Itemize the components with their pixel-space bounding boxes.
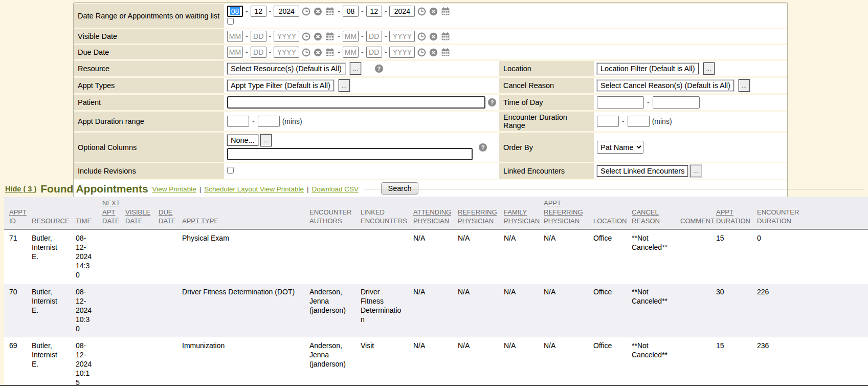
resource-filter-more-button[interactable]: ... [350,62,361,75]
calendar-icon[interactable] [441,32,450,41]
column-sort-link-comment[interactable]: COMMENT [680,217,715,225]
linked-encounters-more-button[interactable]: ... [690,165,701,177]
column-sort-link-visible-date[interactable]: VISIBLE DATE [125,208,150,225]
clear-icon[interactable] [429,48,438,57]
cell-referring-physician: N/A [453,337,499,386]
column-sort-link-appt-id[interactable]: APPT ID [9,208,27,225]
calendar-icon[interactable] [325,48,335,57]
column-header-appt-id[interactable]: APPT ID [4,197,27,229]
date-input-yyyy[interactable] [274,6,299,17]
column-header-visible-date[interactable]: VISIBLE DATE [120,197,153,229]
date-input-mm[interactable]: 08 [227,6,243,17]
date-input-mm[interactable] [227,31,243,42]
time-of-day-start-input[interactable] [597,96,644,109]
date-input-yyyy[interactable] [274,31,299,42]
clock-icon[interactable] [417,32,426,41]
clock-icon[interactable] [302,32,310,41]
location-filter-button[interactable]: Location Filter (Default is All) [597,63,699,74]
include-revisions-checkbox[interactable] [227,167,234,174]
column-sort-link-appt-type[interactable]: APPT TYPE [182,217,218,225]
column-header-family-physician[interactable]: FAMILY PHYSICIAN [499,197,539,229]
appt-duration-max-input[interactable] [258,116,280,127]
date-input-dd[interactable] [251,6,266,17]
column-sort-link-resource[interactable]: RESOURCE [32,217,70,225]
column-sort-link-attending-physician[interactable]: ATTENDING PHYSICIAN [413,208,451,225]
waiting-list-checkbox[interactable] [227,18,234,25]
date-input-dd[interactable] [251,47,266,58]
date-input-dd[interactable] [366,6,382,17]
appt-type-filter-more-button[interactable]: ... [339,79,350,92]
column-header-resource[interactable]: RESOURCE [27,197,71,229]
clock-icon[interactable] [302,7,310,16]
download-csv-link[interactable]: Download CSV [312,185,359,193]
column-header-appt-referring-physician[interactable]: APPT REFERRING PHYSICIAN [539,197,588,229]
time-of-day-end-input[interactable] [653,96,700,109]
clock-icon[interactable] [302,48,310,57]
optional-columns-input[interactable] [227,148,473,160]
column-header-referring-physician[interactable]: REFERRING PHYSICIAN [453,197,499,229]
column-sort-link-referring-physician[interactable]: REFERRING PHYSICIAN [458,208,497,225]
clock-icon[interactable] [417,7,426,16]
date-input-dd[interactable] [366,31,382,42]
encounter-duration-max-input[interactable] [628,116,650,127]
resource-filter-button[interactable]: Select Resource(s) (Default is All) [227,63,345,74]
optional-columns-more-button[interactable]: ... [260,134,272,146]
clear-icon[interactable] [429,7,438,16]
column-sort-link-appt-referring-physician[interactable]: APPT REFERRING PHYSICIAN [544,199,583,225]
clear-icon[interactable] [314,7,322,16]
column-sort-link-appt-duration[interactable]: APPT DURATION [716,208,750,225]
date-input-mm[interactable] [343,31,359,42]
optional-columns-button[interactable]: None... [227,135,258,146]
patient-help-icon[interactable] [488,98,496,106]
order-by-select[interactable]: Pat Name [597,141,643,154]
column-header-appt-duration[interactable]: APPT DURATION [711,197,752,229]
calendar-icon[interactable] [441,48,450,57]
column-sort-link-location[interactable]: LOCATION [593,217,627,225]
patient-input[interactable] [227,96,485,109]
date-input-mm[interactable] [343,47,359,58]
optional-columns-help-icon[interactable] [479,143,487,152]
column-header-attending-physician[interactable]: ATTENDING PHYSICIAN [408,197,453,229]
clear-icon[interactable] [314,48,322,57]
column-header-cancel-reason[interactable]: CANCEL REASON [627,197,675,229]
column-sort-link-time[interactable]: TIME [76,217,92,225]
column-header-next-apt-date[interactable]: NEXT APT DATE [97,197,120,229]
calendar-icon[interactable] [325,7,335,16]
cancel-reason-filter-more-button[interactable]: ... [739,79,750,92]
column-sort-link-family-physician[interactable]: FAMILY PHYSICIAN [504,208,540,225]
column-header-time[interactable]: TIME [71,197,97,229]
view-printable-link[interactable]: View Printable [152,185,196,193]
cancel-reason-filter-button[interactable]: Select Cancel Reason(s) (Default is All) [597,80,734,91]
clock-icon[interactable] [417,48,426,57]
date-input-yyyy[interactable] [274,47,299,58]
clear-icon[interactable] [429,32,438,41]
date-input-dd[interactable] [366,47,382,58]
resource-help-icon[interactable] [375,65,383,73]
column-header-due-date[interactable]: DUE DATE [153,197,177,229]
location-filter-more-button[interactable]: ... [703,62,715,75]
column-sort-link-due-date[interactable]: DUE DATE [159,208,176,225]
column-sort-link-next-apt-date[interactable]: NEXT APT DATE [102,199,120,225]
date-input-yyyy[interactable] [389,47,415,58]
visible-date-label: Visible Date [74,29,224,44]
date-input-dd[interactable] [251,31,266,42]
column-header-location[interactable]: LOCATION [588,197,627,229]
date-input-yyyy[interactable] [389,31,415,42]
scheduler-layout-view-printable-link[interactable]: Scheduler Layout View Printable [204,185,304,193]
appt-type-filter-button[interactable]: Appt Type Filter (Default is All) [227,80,334,91]
date-input-mm[interactable] [227,47,243,58]
encounter-duration-min-input[interactable] [597,116,619,127]
date-input-mm[interactable] [343,6,359,17]
column-header-comment[interactable]: COMMENT [675,197,711,229]
calendar-icon[interactable] [441,7,450,16]
appt-duration-min-input[interactable] [227,116,249,127]
clear-icon[interactable] [314,32,322,41]
appointment-row: 71Butler, Internist E.08-12-2024 14:30Ph… [4,229,868,284]
date-input-yyyy[interactable] [389,6,415,17]
column-header-appt-type[interactable]: APPT TYPE [177,197,304,229]
cell-family-physician: N/A [499,229,539,284]
calendar-icon[interactable] [325,32,335,41]
linked-encounters-button[interactable]: Select Linked Encounters [597,165,688,177]
hide-results-link[interactable]: Hide ( 3 ) [5,185,36,193]
column-sort-link-cancel-reason[interactable]: CANCEL REASON [632,208,660,225]
